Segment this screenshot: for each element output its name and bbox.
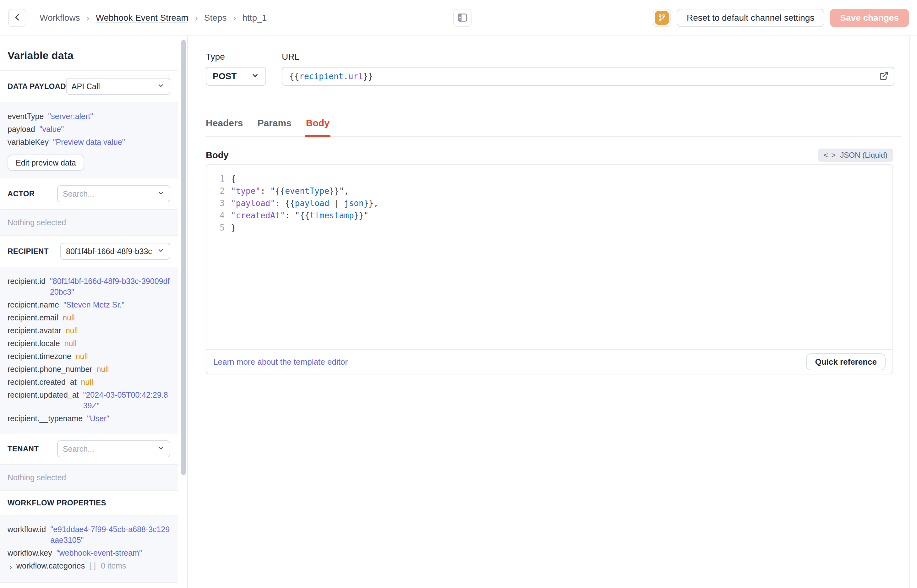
commit-changes-button[interactable] (653, 9, 671, 27)
recipient-label: RECIPIENT (8, 247, 49, 256)
breadcrumb-separator: › (233, 13, 236, 23)
kv-row: recipient.updated_at"2024-03-05T00:42:29… (8, 389, 170, 411)
tenant-row: TENANT Search... (0, 433, 178, 464)
editor-language-badge: < > JSON (Liquid) (818, 149, 893, 162)
environment-variables-heading: ENVIRONMENT VARIABLES i (0, 582, 178, 588)
code-line-content: "type": "{{eventType}}", (231, 185, 349, 197)
editor-footer: Learn more about the template editor Qui… (207, 349, 893, 374)
back-button[interactable] (8, 9, 26, 27)
line-number: 1 (207, 173, 231, 185)
kv-key: recipient.email (8, 312, 58, 323)
request-config-row: Type POST URL {{recipient.url}} (206, 52, 894, 86)
kv-row: recipient.name"Steven Metz Sr." (8, 299, 170, 310)
code-token: } (231, 223, 236, 233)
type-field: Type POST (206, 52, 266, 86)
kv-value: "2024-03-05T00:42:29.839Z" (83, 389, 170, 411)
open-url-button[interactable] (876, 69, 891, 84)
kv-row: recipient.__typename"User" (8, 413, 170, 424)
topbar-actions: Reset to default channel settings Save c… (653, 9, 909, 27)
edit-preview-data-button[interactable]: Edit preview data (8, 155, 84, 171)
kv-value: "webhook-event-stream" (57, 548, 142, 558)
code-token: : {{ (275, 199, 295, 208)
data-payload-selected-value: API Call (72, 82, 100, 91)
recipient-data-block: recipient.id"80f1f4bf-166d-48f9-b33c-390… (0, 267, 178, 433)
code-token: {{ (289, 72, 299, 81)
quick-reference-button[interactable]: Quick reference (806, 353, 886, 370)
breadcrumb-separator: › (86, 13, 90, 23)
code-editor-area[interactable]: 1{2"type": "{{eventType}}",3"payload": {… (207, 165, 893, 349)
chevron-down-icon (157, 247, 165, 256)
code-token: | (329, 199, 344, 208)
code-token: }}" (354, 211, 368, 220)
kv-key: recipient.phone_number (8, 364, 92, 375)
kv-row: eventType"server:alert" (8, 111, 170, 121)
save-changes-button[interactable]: Save changes (830, 9, 909, 27)
kv-key: recipient.created_at (8, 376, 77, 387)
code-line-content: } (231, 222, 236, 234)
code-line-content: "payload": {{payload | json}}, (231, 197, 379, 210)
code-line: 4"createdAt": "{{timestamp}}" (207, 210, 893, 222)
actor-label: ACTOR (8, 189, 35, 198)
kv-row: recipient.timezonenull (8, 351, 170, 362)
line-number: 4 (207, 210, 231, 222)
code-token: }}, (364, 199, 379, 208)
editor-language-badge-text: JSON (Liquid) (840, 151, 888, 160)
kv-value: "value" (40, 124, 64, 134)
kv-value: [ ] (89, 561, 96, 571)
url-field-label: URL (282, 52, 894, 62)
recipient-selected-value: 80f1f4bf-166d-48f9-b33c (66, 247, 152, 256)
data-payload-select[interactable]: API Call (66, 78, 170, 95)
actor-row: ACTOR Search... (0, 178, 178, 209)
breadcrumb-item-webhook-event-stream[interactable]: Webhook Event Stream (96, 13, 189, 23)
kv-value: "server:alert" (48, 111, 93, 121)
recipient-row: RECIPIENT 80f1f4bf-166d-48f9-b33c (0, 235, 178, 267)
kv-value: null (76, 351, 88, 362)
main-right-divider (909, 36, 910, 588)
http-method-value: POST (213, 71, 237, 81)
breadcrumb-separator: › (195, 13, 198, 23)
url-input-value: {{recipient.url}} (289, 72, 373, 81)
code-token: timestamp (310, 211, 354, 220)
kv-row: recipient.localenull (8, 338, 170, 349)
reset-channel-settings-button[interactable]: Reset to default channel settings (676, 9, 824, 27)
tenant-search-placeholder: Search... (63, 444, 94, 454)
body-section-label: Body (206, 150, 229, 160)
recipient-select[interactable]: 80f1f4bf-166d-48f9-b33c (60, 243, 170, 260)
chevron-right-icon[interactable] (8, 562, 14, 573)
url-input[interactable]: {{recipient.url}} (282, 67, 894, 86)
code-line: 1{ (207, 173, 893, 185)
code-line-content: { (231, 173, 236, 185)
tenant-search-combobox[interactable]: Search... (57, 440, 170, 457)
type-field-label: Type (206, 52, 266, 62)
chevron-down-icon (157, 189, 165, 199)
actor-search-combobox[interactable]: Search... (57, 185, 170, 202)
code-token: }} (363, 72, 373, 81)
kv-row[interactable]: workflow.categories[ ]0 items (8, 561, 170, 573)
external-link-icon (879, 71, 889, 82)
tab-params[interactable]: Params (257, 118, 291, 136)
chevron-down-icon (157, 82, 165, 91)
kv-value: null (66, 325, 78, 336)
template-editor-docs-link[interactable]: Learn more about the template editor (213, 357, 348, 367)
data-payload-row: DATA PAYLOAD API Call (0, 70, 178, 102)
kv-key: eventType (8, 111, 44, 121)
tab-body[interactable]: Body (306, 118, 329, 136)
code-token: "type" (231, 186, 260, 196)
panel-toggle-button[interactable] (453, 9, 471, 27)
kv-key: payload (8, 124, 35, 134)
breadcrumb-item-workflows: Workflows (40, 13, 80, 23)
kv-key: recipient.updated_at (8, 389, 79, 400)
code-token: : "{{ (285, 211, 310, 220)
http-method-select[interactable]: POST (206, 67, 266, 86)
line-number: 3 (207, 197, 231, 210)
tab-headers[interactable]: Headers (206, 118, 243, 136)
workflow-properties-heading: WORKFLOW PROPERTIES (0, 490, 178, 515)
tenant-label: TENANT (8, 444, 39, 453)
kv-key: recipient.locale (8, 338, 60, 349)
code-token: : "{{ (260, 186, 285, 196)
url-field: URL {{recipient.url}} (282, 52, 894, 86)
body-section-header: Body < > JSON (Liquid) (206, 149, 893, 162)
sidebar-scrollbar-thumb[interactable] (181, 40, 186, 475)
kv-row: recipient.created_atnull (8, 376, 170, 387)
code-token: payload (295, 199, 329, 208)
